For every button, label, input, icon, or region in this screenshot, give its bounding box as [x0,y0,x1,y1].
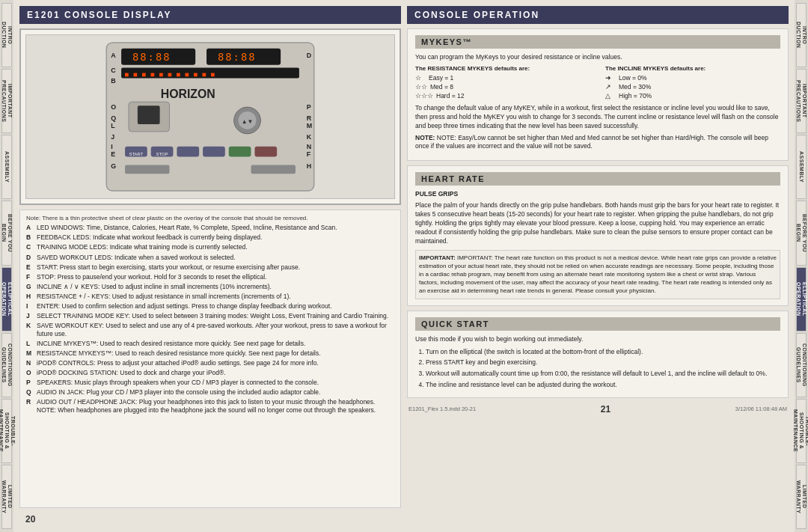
desc-item-b: BFEEDBACK LEDS: Indicate what workout fe… [26,233,394,242]
desc-text: iPOD® DOCKING STATION: Used to dock and … [37,369,226,377]
description-section: Note: There is a thin protective sheet o… [19,210,401,508]
resistance-label: The RESISTANCE MYKEYS defaults are: [415,65,590,72]
main-content: E1201 CONSOLE DISPLAY 88:88 88:88 [13,0,795,532]
desc-item-a: ALED WINDOWS: Time, Distance, Calories, … [26,224,394,232]
svg-rect-20 [251,165,296,174]
left-tab-elliptical[interactable]: ELLIPTICAL OPERATION [1,267,12,331]
svg-text:I: I [111,143,112,150]
desc-item-k: KSAVE WORKOUT KEY: Used to select and us… [26,322,394,338]
incline-med-icon: ↗ [605,83,616,91]
incline-col: The INCLINE MYKEYS defaults are: ➜ Low =… [605,65,780,101]
svg-text:E: E [111,150,115,158]
desc-item-j: JSELECT TRAINING MODE KEY: Used to selec… [26,312,394,320]
svg-rect-19 [125,165,169,174]
quickstart-step-3: Workout will automatically count time up… [426,369,780,379]
console-display-box: 88:88 88:88 ■ ■ ■ ■ ■ ■ ■ ■ ■ ■ ■ HORIZO… [19,28,401,205]
note-item: Note: There is a thin protective sheet o… [26,215,394,222]
desc-text: SAVED WORKOUT LEDS: Indicate when a save… [37,254,236,262]
desc-item-m: MRESISTANCE MYKEYS™: Used to reach desir… [26,349,394,358]
mykeys-header: MyKEYS™ [415,35,780,49]
desc-item-c: CTRAINING MODE LEDS: Indicate what train… [26,243,394,251]
right-tab-warranty[interactable]: LIMITED WARRANTY [796,465,807,529]
console-svg: 88:88 88:88 ■ ■ ■ ■ ■ ■ ■ ■ ■ ■ ■ HORIZO… [26,35,394,198]
high-label: High = 70% [619,92,652,100]
hr-content: PULSE GRIPS Place the palm of your hands… [415,190,780,299]
right-tab-elliptical[interactable]: ELLIPTICAL OPERATION [796,267,807,331]
mykeys-note: NOTE: NOTE: Easy/Low cannot be set highe… [415,134,780,152]
desc-letter: O [26,369,34,377]
left-panel: E1201 CONSOLE DISPLAY 88:88 88:88 [19,6,401,526]
desc-item-e: ESTART: Press start to begin exercising,… [26,263,394,272]
svg-text:HORIZON: HORIZON [161,88,215,100]
incline-row-low: ➜ Low = 0% [605,74,780,82]
hard-icon: ☆☆☆ [415,92,433,100]
mykeys-row-hard: ☆☆☆ Hard = 12 [415,92,590,100]
desc-text: RESISTANCE + / - KEYS: Used to adjust re… [37,293,291,301]
svg-text:P: P [307,103,311,111]
page-number-left: 20 [21,513,40,526]
svg-text:L: L [111,122,115,129]
desc-item-i: IENTER: Used to confirm selection and ad… [26,302,394,311]
right-panel: CONSOLE OPERATION MyKEYS™ You can progra… [407,6,789,526]
right-tab-troubleshooting[interactable]: TROUBLE-SHOOTING & MAINTENANCE [796,399,807,463]
desc-letter: J [26,312,34,320]
left-tab-warranty[interactable]: LIMITED WARRANTY [1,465,12,529]
med-icon: ☆☆ [415,83,427,91]
quickstart-steps: Turn on the elliptical (the switch is lo… [415,347,780,390]
hard-label: Hard = 12 [436,92,465,100]
desc-letter: A [26,224,34,232]
svg-text:88:88: 88:88 [218,51,257,63]
incline-label: The INCLINE MYKEYS defaults are: [605,65,780,72]
easy-label: Easy = 1 [429,74,453,82]
desc-text: iPOD® CONTROLS: Press to adjust your att… [37,359,319,367]
left-tab-conditioning[interactable]: CONDITIONING GUIDELINES [1,333,12,397]
desc-letter: H [26,293,34,301]
desc-text: AUDIO IN JACK: Plug your CD / MP3 player… [37,388,320,397]
svg-text:B: B [111,77,116,85]
important-box: IMPORTANT: IMPORTANT: The heart rate fun… [415,250,780,299]
mykeys-section: MyKEYS™ You can program the MyKeys to yo… [407,28,789,161]
left-tabs: INTRODUCTION IMPORTANT PRECAUTIONS ASSEM… [0,0,13,532]
desc-text: LED WINDOWS: Time, Distance, Calories, H… [37,224,337,232]
left-tab-before[interactable]: BEFORE YOU BEGIN [1,201,12,265]
svg-text:Q: Q [111,114,116,122]
right-tab-before[interactable]: BEFORE YOU BEGIN [796,201,807,265]
right-tab-conditioning[interactable]: CONDITIONING GUIDELINES [796,333,807,397]
mykeys-note-text: NOTE: Easy/Low cannot be set higher than… [415,134,768,150]
svg-text:O: O [111,103,116,111]
svg-text:88:88: 88:88 [132,51,171,63]
quickstart-step-2: Press START key and begin exercising. [426,358,780,367]
desc-letter: M [26,349,34,358]
svg-text:J: J [111,133,114,141]
low-label: Low = 0% [619,74,647,82]
svg-rect-9 [138,106,160,124]
desc-item-o: OiPOD® DOCKING STATION: Used to dock and… [26,369,394,377]
desc-text: TRAINING MODE LEDS: Indicate what traini… [37,243,248,251]
right-tab-precautions[interactable]: IMPORTANT PRECAUTIONS [796,69,807,133]
desc-letter: E [26,263,34,272]
mykeys-row-med: ☆☆ Med = 8 [415,83,590,91]
heartrate-header: HEART RATE [415,172,780,186]
desc-text: AUDIO OUT / HEADPHONE JACK: Plug your he… [37,398,394,415]
svg-text:H: H [307,162,311,170]
desc-letter: F [26,273,34,281]
right-tabs: INTRODUCTION IMPORTANT PRECAUTIONS ASSEM… [795,0,808,532]
left-tab-assembly[interactable]: ASSEMBLY [1,135,12,199]
svg-text:STOP: STOP [156,152,168,156]
left-tab-precautions[interactable]: IMPORTANT PRECAUTIONS [1,69,12,133]
desc-letter: D [26,254,34,262]
svg-text:START: START [129,152,143,156]
low-icon: ➜ [605,74,616,82]
high-icon: △ [605,92,616,100]
right-tab-assembly[interactable]: ASSEMBLY [796,135,807,199]
desc-list: ALED WINDOWS: Time, Distance, Calories, … [26,224,394,415]
mykeys-intro: You can program the MyKeys to your desir… [415,53,780,62]
desc-letter: G [26,283,34,291]
desc-letter: B [26,233,34,242]
svg-text:D: D [307,52,312,59]
left-tab-introduction[interactable]: INTRODUCTION [1,3,12,67]
right-tab-introduction[interactable]: INTRODUCTION [796,3,807,67]
mykeys-grid: The RESISTANCE MYKEYS defaults are: ☆ Ea… [415,65,780,101]
left-tab-troubleshooting[interactable]: TROUBLE-SHOOTING & MAINTENANCE [1,399,12,463]
desc-letter: L [26,340,34,348]
